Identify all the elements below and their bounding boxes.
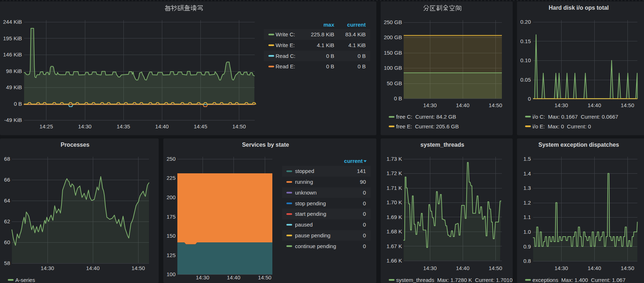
svg-text:0 B: 0 B bbox=[358, 63, 366, 69]
svg-text:0 B: 0 B bbox=[14, 101, 22, 107]
svg-text:14:50: 14:50 bbox=[489, 265, 502, 271]
svg-text:14:50: 14:50 bbox=[131, 265, 145, 271]
svg-text:i/o E: Max: 0 Current: 0: i/o E: Max: 0 Current: 0 bbox=[532, 123, 591, 129]
svg-text:14:30: 14:30 bbox=[554, 265, 568, 271]
svg-text:Processes: Processes bbox=[60, 142, 89, 148]
svg-text:1.72 K: 1.72 K bbox=[386, 170, 402, 176]
svg-text:62: 62 bbox=[4, 218, 10, 224]
svg-text:14:45: 14:45 bbox=[194, 123, 208, 129]
svg-text:14:50: 14:50 bbox=[621, 265, 634, 271]
svg-text:83.4 KiB: 83.4 KiB bbox=[345, 31, 366, 37]
svg-text:stop pending: stop pending bbox=[295, 200, 326, 206]
svg-text:Read C:: Read C: bbox=[276, 53, 295, 59]
svg-text:58: 58 bbox=[4, 260, 10, 266]
svg-text:14:25: 14:25 bbox=[40, 123, 53, 129]
svg-text:current: current bbox=[344, 158, 363, 164]
svg-text:1.71 K: 1.71 K bbox=[386, 185, 402, 191]
svg-text:50 GB: 50 GB bbox=[387, 80, 402, 86]
svg-text:0 B: 0 B bbox=[358, 53, 366, 59]
svg-text:100: 100 bbox=[167, 271, 176, 277]
svg-text:Read E:: Read E: bbox=[276, 63, 295, 69]
svg-text:64: 64 bbox=[4, 197, 10, 204]
svg-text:pause pending: pause pending bbox=[295, 232, 330, 238]
svg-text:0: 0 bbox=[363, 190, 366, 196]
svg-text:0.15: 0.15 bbox=[520, 38, 531, 44]
svg-text:146 KiB: 146 KiB bbox=[3, 51, 22, 58]
svg-text:1.66 K: 1.66 K bbox=[386, 257, 402, 264]
svg-text:244 KiB: 244 KiB bbox=[3, 19, 22, 25]
svg-text:125: 125 bbox=[167, 252, 176, 258]
svg-text:unknown: unknown bbox=[295, 190, 317, 196]
svg-text:200: 200 bbox=[167, 194, 176, 200]
svg-text:Services by state: Services by state bbox=[242, 142, 289, 148]
svg-text:1.68 K: 1.68 K bbox=[386, 228, 402, 234]
svg-text:free E: Current: 205.6 GB: free E: Current: 205.6 GB bbox=[396, 123, 459, 129]
svg-text:14:30: 14:30 bbox=[78, 123, 92, 129]
svg-text:continue pending: continue pending bbox=[295, 243, 336, 249]
svg-text:250: 250 bbox=[167, 156, 176, 162]
svg-text:14:40: 14:40 bbox=[456, 102, 470, 108]
svg-text:A-series: A-series bbox=[15, 277, 35, 283]
svg-text:200 GB: 200 GB bbox=[384, 34, 402, 40]
svg-text:14:35: 14:35 bbox=[117, 123, 130, 129]
svg-text:14:30: 14:30 bbox=[554, 102, 568, 108]
svg-text:175: 175 bbox=[167, 214, 176, 220]
svg-text:0: 0 bbox=[528, 96, 531, 102]
svg-text:0 B: 0 B bbox=[326, 63, 334, 69]
svg-text:14:50: 14:50 bbox=[621, 102, 634, 108]
svg-text:14:50: 14:50 bbox=[489, 102, 502, 108]
svg-text:System exception dispatches: System exception dispatches bbox=[538, 142, 619, 148]
svg-text:14:30: 14:30 bbox=[41, 265, 54, 271]
svg-text:49 KiB: 49 KiB bbox=[6, 84, 22, 90]
svg-text:90: 90 bbox=[360, 179, 366, 185]
svg-text:1.1: 1.1 bbox=[523, 214, 531, 220]
svg-text:1.3: 1.3 bbox=[523, 185, 531, 191]
svg-text:1.69 K: 1.69 K bbox=[386, 214, 402, 220]
svg-text:1.73 K: 1.73 K bbox=[386, 156, 402, 162]
svg-text:150 GB: 150 GB bbox=[384, 50, 402, 56]
svg-text:100 GB: 100 GB bbox=[384, 65, 402, 71]
svg-text:14:40: 14:40 bbox=[227, 274, 241, 280]
svg-text:14:40: 14:40 bbox=[456, 265, 470, 271]
svg-text:system_threads Max: 1.7280 K: system_threads Max: 1.7280 K Current: 1.… bbox=[396, 277, 513, 283]
svg-text:0: 0 bbox=[363, 200, 366, 206]
svg-text:0: 0 bbox=[363, 243, 366, 249]
svg-text:running: running bbox=[295, 179, 313, 185]
svg-text:0: 0 bbox=[363, 211, 366, 217]
svg-text:start pending: start pending bbox=[295, 211, 326, 217]
svg-text:4.1 KiB: 4.1 KiB bbox=[348, 42, 366, 48]
svg-text:150: 150 bbox=[167, 233, 176, 239]
svg-text:225.8 KiB: 225.8 KiB bbox=[311, 31, 334, 37]
svg-text:0: 0 bbox=[363, 222, 366, 228]
svg-text:250 GB: 250 GB bbox=[384, 19, 402, 25]
svg-text:Write C:: Write C: bbox=[276, 31, 295, 37]
svg-text:14:30: 14:30 bbox=[423, 102, 437, 108]
svg-text:225: 225 bbox=[167, 175, 176, 181]
svg-text:0.20: 0.20 bbox=[520, 19, 531, 25]
svg-text:1.67 K: 1.67 K bbox=[386, 243, 402, 249]
svg-text:1.0: 1.0 bbox=[523, 229, 531, 235]
svg-text:195 KiB: 195 KiB bbox=[3, 35, 22, 41]
svg-text:98 KiB: 98 KiB bbox=[6, 68, 22, 74]
svg-text:paused: paused bbox=[295, 222, 313, 228]
svg-text:i/o C: Max: 0.1667 Current:: i/o C: Max: 0.1667 Current: 0.0667 bbox=[532, 114, 618, 120]
svg-text:system_threads: system_threads bbox=[421, 142, 464, 148]
svg-text:current: current bbox=[347, 22, 366, 28]
svg-text:68: 68 bbox=[4, 156, 10, 162]
svg-text:1.5: 1.5 bbox=[523, 156, 531, 162]
svg-text:141: 141 bbox=[357, 168, 366, 174]
svg-text:0 B: 0 B bbox=[326, 53, 334, 59]
svg-text:stopped: stopped bbox=[295, 168, 314, 174]
svg-text:0 B: 0 B bbox=[394, 95, 402, 101]
svg-text:0.8: 0.8 bbox=[523, 258, 531, 264]
svg-text:4.1 KiB: 4.1 KiB bbox=[317, 42, 334, 48]
svg-text:0: 0 bbox=[363, 232, 366, 238]
svg-text:1.2: 1.2 bbox=[523, 200, 531, 206]
svg-text:14:40: 14:40 bbox=[588, 265, 601, 271]
svg-text:60: 60 bbox=[4, 239, 10, 245]
svg-text:14:40: 14:40 bbox=[155, 123, 169, 129]
svg-text:-49 KiB: -49 KiB bbox=[4, 117, 22, 123]
svg-text:0.05: 0.05 bbox=[520, 77, 531, 83]
svg-text:14:30: 14:30 bbox=[423, 265, 437, 271]
svg-text:14:40: 14:40 bbox=[588, 102, 601, 108]
